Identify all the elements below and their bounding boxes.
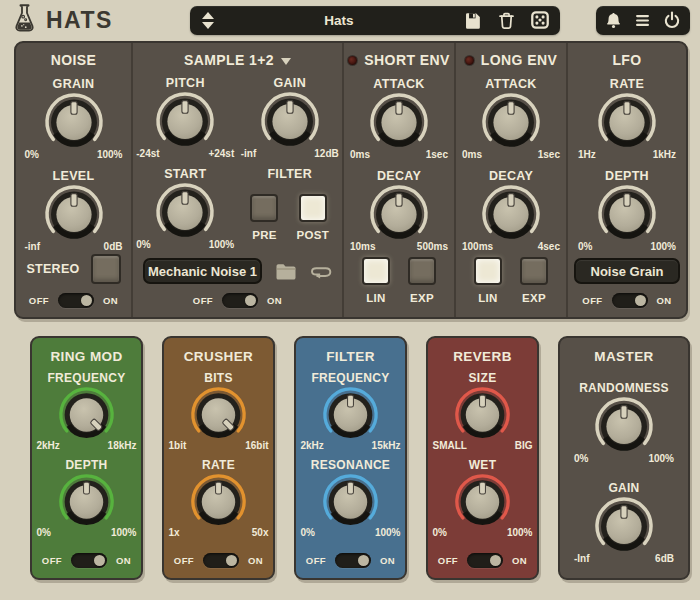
sample-toggle-switch[interactable] — [222, 293, 258, 308]
ringmod-toggle-switch[interactable] — [71, 553, 107, 568]
wet-knob[interactable] — [454, 473, 511, 530]
reverb-panel: REVERB SIZE SMALLBIG WET 0%100% OFF ON — [426, 336, 539, 580]
master-gain-knob[interactable] — [594, 496, 654, 556]
lfo-depth-control: DEPTH 0%100% — [578, 169, 676, 252]
crusher-panel: CRUSHER BITS 1bit16bit RATE 1x50x OFF ON — [162, 336, 275, 580]
stereo-label: STEREO — [26, 262, 79, 276]
lfo-title: LFO — [612, 52, 641, 68]
filter-toggle-switch[interactable] — [335, 553, 371, 568]
lfo-target-selector[interactable]: Noise Grain — [574, 258, 680, 284]
pre-button[interactable] — [250, 194, 278, 222]
post-button[interactable] — [299, 194, 327, 222]
sample-selector[interactable]: SAMPLE 1+2 — [184, 52, 291, 68]
noise-power-toggle: OFF ON — [29, 293, 118, 308]
lfo-depth-knob[interactable] — [597, 184, 657, 244]
fx-row: RING MOD FREQUENCY 2kHz18kHz DEPTH 0%100… — [30, 336, 690, 580]
pitch-knob[interactable] — [155, 91, 215, 151]
ringmod-frequency-control: FREQUENCY 2kHz18kHz — [37, 371, 137, 451]
preset-actions — [461, 9, 551, 31]
wet-control: WET 0%100% — [433, 458, 533, 538]
noise-section: NOISE GRAIN 0%100% LEVEL -inf0dB STEREO — [16, 43, 133, 317]
noise-level-control: LEVEL -inf0dB — [25, 169, 123, 252]
noise-toggle-switch[interactable] — [58, 293, 94, 308]
long-env-led — [465, 56, 474, 65]
randomness-control: RANDOMNESS 0%100% — [574, 381, 674, 464]
long-env-curve: LIN EXP — [474, 257, 548, 304]
browse-button[interactable] — [275, 260, 297, 282]
trash-icon — [497, 11, 516, 30]
filter-power-toggle: OFF ON — [306, 553, 395, 568]
ringmod-frequency-knob[interactable] — [58, 386, 115, 443]
save-button[interactable] — [461, 9, 483, 31]
rate-control: RATE 1Hz1kHz — [578, 77, 676, 160]
lfo-section: LFO RATE 1Hz1kHz DEPTH 0%100% Noise Grai… — [568, 43, 686, 317]
app-title: HATS — [46, 7, 113, 34]
long-exp-button[interactable] — [520, 257, 548, 285]
preset-prev-next-buttons[interactable] — [199, 10, 217, 31]
delete-button[interactable] — [495, 9, 517, 31]
long-decay-knob[interactable] — [481, 184, 541, 244]
master-panel: MASTER RANDOMNESS 0%100% GAIN -Inf6dB — [558, 336, 690, 580]
caret-down-icon[interactable] — [281, 58, 291, 65]
size-knob[interactable] — [454, 386, 511, 443]
long-env-title: LONG ENV — [481, 52, 557, 68]
short-decay-knob[interactable] — [369, 184, 429, 244]
menu-button[interactable] — [633, 9, 652, 31]
stereo-button[interactable] — [91, 254, 121, 284]
brand: HATS — [12, 3, 190, 37]
short-lin-button[interactable] — [362, 257, 390, 285]
grain-control: GRAIN 0%100% — [25, 77, 123, 160]
randomness-knob[interactable] — [594, 396, 654, 456]
bits-knob[interactable] — [190, 386, 247, 443]
short-env-section: SHORT ENV ATTACK 0ms1sec DECAY 10ms500ms — [344, 43, 456, 317]
sample-title: SAMPLE 1+2 — [184, 52, 274, 68]
sample-gain-knob[interactable] — [260, 91, 320, 151]
preset-bar: Hats — [190, 6, 560, 35]
flask-icon — [12, 3, 37, 37]
bell-icon — [604, 11, 623, 30]
crusher-rate-knob[interactable] — [190, 473, 247, 530]
short-attack-control: ATTACK 0ms1sec — [350, 77, 448, 160]
reverb-toggle-switch[interactable] — [467, 553, 503, 568]
short-decay-control: DECAY 10ms500ms — [350, 169, 448, 252]
crusher-power-toggle: OFF ON — [174, 553, 263, 568]
synth-panel: NOISE GRAIN 0%100% LEVEL -inf0dB STEREO — [14, 41, 688, 319]
notifications-button[interactable] — [604, 9, 623, 31]
short-env-led — [348, 56, 357, 65]
rate-knob[interactable] — [597, 92, 657, 152]
short-env-title: SHORT ENV — [364, 52, 449, 68]
resonance-knob[interactable] — [322, 473, 379, 530]
system-bar — [596, 6, 690, 35]
stereo-control: STEREO — [26, 254, 120, 284]
lfo-toggle-switch[interactable] — [612, 293, 648, 308]
long-lin-button[interactable] — [474, 257, 502, 285]
short-env-curve: LIN EXP — [362, 257, 436, 304]
preset-up-icon[interactable] — [202, 12, 214, 19]
long-attack-knob[interactable] — [481, 92, 541, 152]
preset-name[interactable]: Hats — [217, 13, 461, 28]
sample-filter-routing: FILTER PRE POST — [238, 167, 343, 250]
pitch-control: PITCH -24st+24st — [133, 76, 238, 159]
short-attack-knob[interactable] — [369, 92, 429, 152]
crusher-rate-control: RATE 1x50x — [169, 458, 269, 538]
short-exp-button[interactable] — [408, 257, 436, 285]
loop-icon — [310, 262, 332, 280]
noise-level-knob[interactable] — [44, 184, 104, 244]
randomize-button[interactable] — [529, 9, 551, 31]
sample-file-selector[interactable]: Mechanic Noise 1 — [143, 258, 262, 284]
power-button[interactable] — [662, 9, 682, 31]
bits-control: BITS 1bit16bit — [169, 371, 269, 451]
preset-down-icon[interactable] — [202, 22, 214, 29]
sample-power-toggle: OFF ON — [193, 293, 282, 308]
grain-knob[interactable] — [44, 92, 104, 152]
filter-frequency-knob[interactable] — [322, 386, 379, 443]
size-control: SIZE SMALLBIG — [433, 371, 533, 451]
reverb-power-toggle: OFF ON — [438, 553, 527, 568]
power-icon — [662, 10, 682, 30]
filter-frequency-control: FREQUENCY 2kHz15kHz — [301, 371, 401, 451]
ringmod-depth-knob[interactable] — [58, 473, 115, 530]
long-env-section: LONG ENV ATTACK 0ms1sec DECAY 100ms4sec — [456, 43, 568, 317]
loop-button[interactable] — [310, 260, 332, 282]
start-knob[interactable] — [155, 182, 215, 242]
crusher-toggle-switch[interactable] — [203, 553, 239, 568]
